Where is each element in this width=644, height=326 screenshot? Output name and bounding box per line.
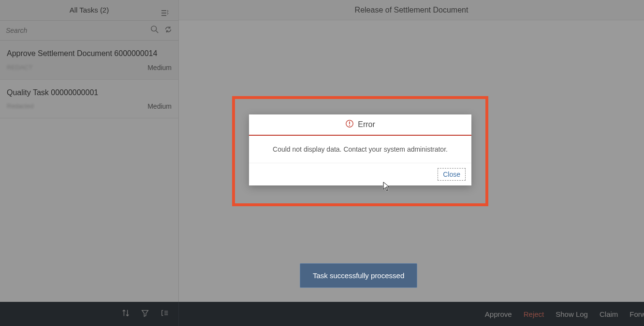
close-button[interactable]: Close — [438, 168, 466, 181]
dialog-message: Could not display data. Contact your sys… — [249, 136, 471, 163]
mouse-cursor-icon — [383, 182, 391, 193]
error-icon — [345, 119, 354, 130]
svg-point-4 — [349, 125, 350, 126]
success-toast: Task successfully processed — [300, 263, 417, 288]
dialog-header: Error — [249, 114, 471, 136]
dialog-footer: Close — [249, 163, 471, 185]
dialog-title: Error — [358, 120, 375, 129]
error-dialog: Error Could not display data. Contact yo… — [249, 114, 471, 185]
